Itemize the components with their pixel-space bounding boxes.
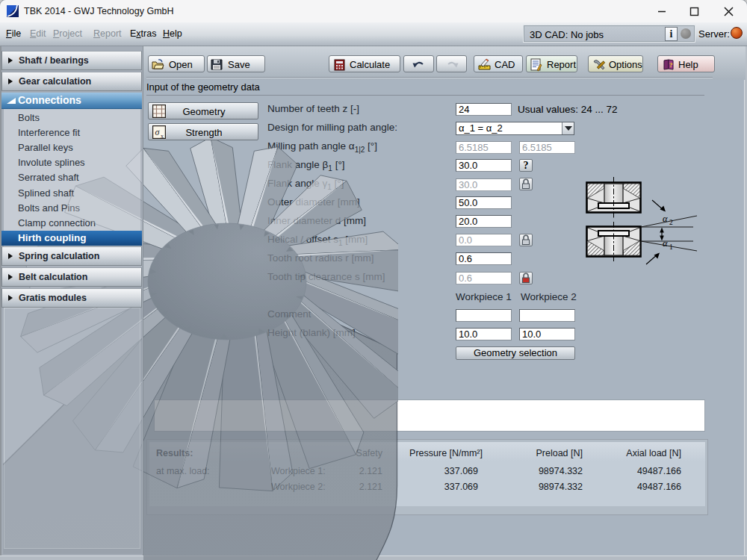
svg-text:1: 1 [669,243,673,251]
svg-text:2: 2 [669,219,673,226]
svg-text:α: α [663,238,668,249]
svg-text:?: ? [669,61,673,69]
svg-text:x: x [161,133,164,140]
svg-text:α: α [663,214,668,224]
